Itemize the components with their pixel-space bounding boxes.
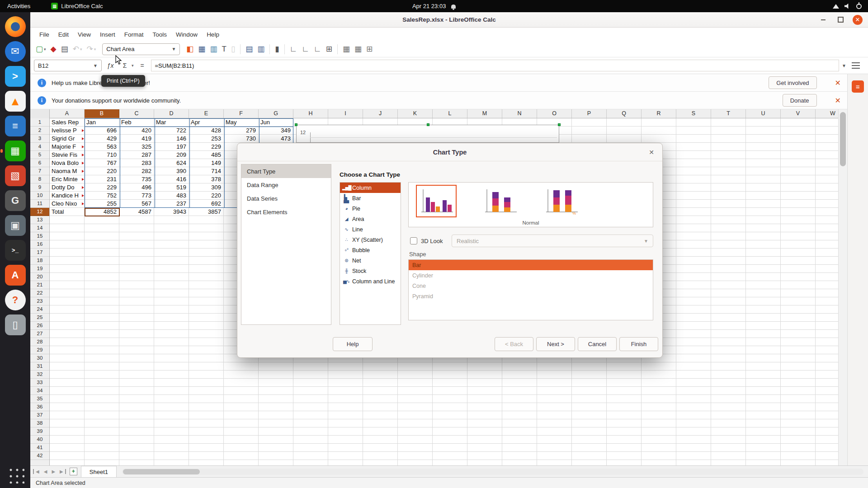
dock-item-libreoffice-impress[interactable]: ▧ xyxy=(5,165,26,186)
row-header-38[interactable]: 38 xyxy=(30,419,49,427)
row-header-18[interactable]: 18 xyxy=(30,257,49,265)
cell-G1[interactable]: Jun xyxy=(259,118,293,127)
formula-equals-icon[interactable]: = xyxy=(137,60,148,71)
threed-scheme-dropdown[interactable]: Realistic ▼ xyxy=(452,235,653,247)
cell-B1[interactable]: Jan xyxy=(85,118,119,127)
column-header-U[interactable]: U xyxy=(746,109,781,118)
shape-bar[interactable]: Bar xyxy=(409,260,653,270)
cell-D7[interactable]: 390 xyxy=(154,167,189,175)
cell-E12[interactable]: 3857 xyxy=(189,208,224,216)
cell-C7[interactable]: 282 xyxy=(119,167,154,175)
dock-item-vscode[interactable]: > xyxy=(5,66,26,87)
subtype-normal-thumbnail[interactable] xyxy=(417,186,456,216)
row-header-9[interactable]: 9 xyxy=(30,183,49,192)
row-header-33[interactable]: 33 xyxy=(30,379,49,387)
wizard-step-chart-elements[interactable]: Chart Elements xyxy=(241,205,331,219)
row-header-20[interactable]: 20 xyxy=(30,273,49,281)
row-header-25[interactable]: 25 xyxy=(30,314,49,322)
cell-B10[interactable]: 752 xyxy=(85,192,119,200)
maximize-button[interactable] xyxy=(835,15,845,25)
cell-E7[interactable]: 714 xyxy=(189,167,224,175)
horizontal-scrollbar-thumb[interactable] xyxy=(123,469,200,474)
column-header-R[interactable]: R xyxy=(642,109,676,118)
legend-on-off-icon[interactable]: ▯ xyxy=(229,43,237,56)
expand-formula-bar-icon[interactable]: ▼ xyxy=(842,63,846,68)
sheet-tab-sheet1[interactable]: Sheet1 xyxy=(81,466,117,477)
cell-A11[interactable]: Cleo Nixo xyxy=(50,200,85,208)
activities-button[interactable]: Activities xyxy=(0,3,38,9)
cell-A8[interactable]: Eric Minte xyxy=(50,175,85,183)
dock-item-thunderbird[interactable]: ✉ xyxy=(5,41,26,62)
cell-D2[interactable]: 722 xyxy=(154,127,189,135)
subtype-percent-thumbnail[interactable]: % xyxy=(542,186,580,216)
chart-type-column-and-line[interactable]: ▅∿Column and Line xyxy=(340,276,401,286)
vertical-scrollbar-thumb[interactable] xyxy=(840,112,846,166)
row-header-12[interactable]: 12 xyxy=(30,208,49,216)
cell-E3[interactable]: 253 xyxy=(189,135,224,143)
column-header-H[interactable]: H xyxy=(293,109,328,118)
cell-C3[interactable]: 419 xyxy=(119,135,154,143)
dock-item-firefox[interactable] xyxy=(5,16,26,37)
row-header-7[interactable]: 7 xyxy=(30,167,49,175)
sidebar-properties-icon[interactable]: ≡ xyxy=(852,80,864,93)
data-series-icon[interactable]: ▮ xyxy=(273,43,281,56)
cell-B8[interactable]: 231 xyxy=(85,175,119,183)
cell-A3[interactable]: Sigrid Gr xyxy=(50,135,85,143)
chart-type-icon[interactable]: ▦ xyxy=(196,43,207,56)
dialog-titlebar[interactable]: Chart Type ✕ xyxy=(237,143,662,161)
cell-C12[interactable]: 4587 xyxy=(119,208,154,216)
column-header-O[interactable]: O xyxy=(537,109,572,118)
cell-C2[interactable]: 420 xyxy=(119,127,154,135)
cell-B4[interactable]: 563 xyxy=(85,143,119,151)
row-header-8[interactable]: 8 xyxy=(30,175,49,183)
data-table-icon[interactable]: ▥ xyxy=(208,43,219,56)
menu-tools[interactable]: Tools xyxy=(148,29,172,40)
column-header-D[interactable]: D xyxy=(154,109,189,118)
cell-D3[interactable]: 146 xyxy=(154,135,189,143)
column-header-I[interactable]: I xyxy=(328,109,363,118)
dock-item-libreoffice-writer[interactable]: ≡ xyxy=(5,116,26,136)
chart-selection-handle[interactable] xyxy=(427,123,429,126)
row-header-21[interactable]: 21 xyxy=(30,281,49,289)
cell-B7[interactable]: 220 xyxy=(85,167,119,175)
row-header-23[interactable]: 23 xyxy=(30,297,49,305)
dock-item-trash[interactable]: ▯ xyxy=(5,314,26,335)
system-tray[interactable] xyxy=(833,4,868,9)
column-header-V[interactable]: V xyxy=(781,109,816,118)
cell-E9[interactable]: 309 xyxy=(189,183,224,192)
row-header-16[interactable]: 16 xyxy=(30,240,49,249)
close-button[interactable]: ✕ xyxy=(853,15,863,25)
column-header-B[interactable]: B xyxy=(85,109,119,118)
cell-B11[interactable]: 255 xyxy=(85,200,119,208)
shape-cone[interactable]: Cone xyxy=(409,281,653,291)
cell-B9[interactable]: 229 xyxy=(85,183,119,192)
row-header-10[interactable]: 10 xyxy=(30,192,49,200)
y-axis-icon[interactable]: ∟ xyxy=(300,43,311,56)
cell-D10[interactable]: 483 xyxy=(154,192,189,200)
chart-type-line[interactable]: ∿Line xyxy=(340,224,401,235)
x-axis-icon[interactable]: ∟ xyxy=(288,43,299,56)
horizontal-scrollbar[interactable] xyxy=(122,469,863,475)
new-document-icon[interactable]: ▢▾ xyxy=(34,43,48,56)
threed-look-checkbox[interactable] xyxy=(410,237,417,244)
menu-file[interactable]: File xyxy=(35,29,54,40)
get-involved-button[interactable]: Get involved xyxy=(769,76,816,89)
shape-pyramid[interactable]: Pyramid xyxy=(409,291,653,301)
chart-type-bar[interactable]: ▂▅█Bar xyxy=(340,193,401,203)
cell-C6[interactable]: 283 xyxy=(119,159,154,167)
chart-type-column[interactable]: ▂▅█Column xyxy=(340,183,401,193)
chart-type-net[interactable]: ⊛Net xyxy=(340,255,401,266)
cell-A5[interactable]: Stevie Fis xyxy=(50,151,85,159)
cell-E6[interactable]: 149 xyxy=(189,159,224,167)
focused-app-menu[interactable]: ▦ LibreOffice Calc xyxy=(51,3,103,9)
row-header-35[interactable]: 35 xyxy=(30,395,49,403)
cell-C11[interactable]: 567 xyxy=(119,200,154,208)
row-header-32[interactable]: 32 xyxy=(30,371,49,379)
column-header-A[interactable]: A xyxy=(50,109,85,118)
column-header-G[interactable]: G xyxy=(259,109,293,118)
cell-E5[interactable]: 485 xyxy=(189,151,224,159)
row-header-19[interactable]: 19 xyxy=(30,265,49,273)
row-header-14[interactable]: 14 xyxy=(30,224,49,232)
cell-F3[interactable]: 730 xyxy=(224,135,259,143)
titlebar[interactable]: SalesRep.xlsx - LibreOffice Calc ✕ xyxy=(30,12,868,28)
